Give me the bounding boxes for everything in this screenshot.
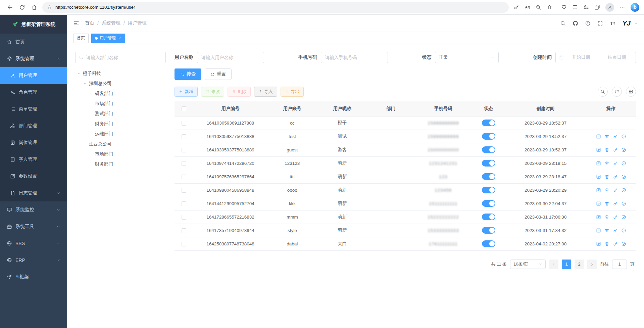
header-search-icon[interactable] [560, 20, 566, 26]
reset-button[interactable]: 重置 [205, 68, 232, 80]
github-icon[interactable] [573, 20, 578, 26]
edit-icon[interactable] [596, 215, 601, 220]
status-toggle[interactable] [482, 214, 495, 220]
reset-password-icon[interactable] [613, 228, 618, 233]
sidebar-item-dept[interactable]: 部门管理 [0, 118, 67, 134]
row-checkbox[interactable] [182, 161, 186, 166]
select-all-checkbox[interactable] [182, 106, 186, 111]
export-button[interactable]: 导出 [281, 87, 304, 97]
row-checkbox[interactable] [182, 215, 186, 220]
collections-icon[interactable] [594, 4, 600, 10]
status-toggle[interactable] [482, 173, 495, 180]
edit-icon[interactable] [596, 161, 601, 166]
sidebar-item-user[interactable]: 用户管理 [0, 67, 67, 84]
delete-icon[interactable] [604, 134, 609, 139]
favorites-bar-icon[interactable] [583, 4, 589, 10]
sidebar-toggle-icon[interactable] [73, 20, 80, 27]
breadcrumb-item[interactable]: 首页 [85, 20, 94, 26]
status-toggle[interactable] [482, 200, 495, 207]
assign-role-icon[interactable] [621, 161, 626, 166]
tree-node[interactable]: 市场部门 [75, 149, 166, 159]
address-bar[interactable]: https://ccnetcore.com:1101/system/user [42, 2, 509, 13]
sidebar-item-bbs[interactable]: BBS [0, 235, 67, 252]
reset-password-icon[interactable] [613, 174, 618, 179]
edit-icon[interactable] [596, 241, 601, 246]
reset-password-icon[interactable] [613, 215, 618, 220]
reset-password-icon[interactable] [613, 241, 618, 246]
assign-role-icon[interactable] [621, 134, 626, 139]
split-screen-icon[interactable] [572, 4, 578, 10]
tree-node[interactable]: 运维部门 [75, 129, 166, 139]
row-checkbox[interactable] [182, 201, 186, 206]
page-button[interactable]: 2 [575, 260, 584, 269]
delete-icon[interactable] [604, 201, 609, 206]
dept-search-input[interactable] [86, 55, 162, 60]
help-icon[interactable]: ? [585, 20, 591, 26]
delete-icon[interactable] [604, 241, 609, 246]
sidebar-item-menu[interactable]: 菜单管理 [0, 101, 67, 118]
assign-role-icon[interactable] [621, 228, 626, 233]
assign-role-icon[interactable] [621, 241, 626, 246]
edit-icon[interactable] [596, 134, 601, 139]
fullscreen-icon[interactable] [597, 20, 603, 26]
reset-password-icon[interactable] [613, 161, 618, 166]
profile-avatar[interactable] [605, 3, 614, 12]
page-button[interactable]: 1 [562, 260, 571, 269]
saved-password-icon[interactable] [513, 4, 519, 10]
refresh-button[interactable] [612, 87, 622, 97]
edit-icon[interactable] [596, 174, 601, 179]
status-toggle[interactable] [482, 187, 495, 193]
delete-icon[interactable] [604, 147, 609, 152]
column-settings-button[interactable] [626, 87, 636, 97]
status-toggle[interactable] [482, 120, 495, 126]
import-button[interactable]: 导入 [254, 87, 277, 97]
edit-icon[interactable] [596, 147, 601, 152]
copilot-icon[interactable]: b [631, 3, 639, 12]
assign-role-icon[interactable] [621, 201, 626, 206]
next-page-button[interactable] [587, 260, 597, 269]
zoom-icon[interactable] [536, 4, 541, 10]
browser-menu-icon[interactable] [620, 4, 625, 10]
assign-role-icon[interactable] [621, 188, 626, 193]
delete-icon[interactable] [604, 228, 609, 233]
assign-role-icon[interactable] [621, 147, 626, 152]
page-size-select[interactable]: 10条/页 [510, 260, 546, 269]
read-aloud-icon[interactable]: A [525, 4, 530, 10]
sidebar-item-yiframe[interactable]: Yi框架 [0, 269, 67, 285]
sidebar-item-dict[interactable]: 字典管理 [0, 151, 67, 168]
delete-icon[interactable] [604, 174, 609, 179]
delete-button[interactable]: 删除 [228, 87, 251, 97]
reset-password-icon[interactable] [613, 147, 618, 152]
sidebar-item-erp[interactable]: ERP [0, 252, 67, 269]
edit-icon[interactable] [596, 228, 601, 233]
row-checkbox[interactable] [182, 175, 186, 179]
tree-node[interactable]: 研发部门 [75, 89, 166, 99]
user-avatar-logo[interactable]: YJ [622, 19, 630, 27]
status-toggle[interactable] [482, 240, 495, 247]
edit-icon[interactable] [596, 201, 601, 206]
sidebar-item-tools[interactable]: 系统工具 [0, 218, 67, 235]
tree-node[interactable]: 测试部门 [75, 109, 166, 119]
prev-page-button[interactable] [549, 260, 558, 269]
search-button[interactable]: 搜索 [175, 68, 201, 80]
breadcrumb-item[interactable]: 系统管理 [102, 20, 120, 26]
tab-close-icon[interactable] [118, 36, 121, 40]
status-toggle[interactable] [482, 160, 495, 167]
sidebar-item-system[interactable]: 系统管理 [0, 50, 67, 67]
sidebar-item-monitor[interactable]: 系统监控 [0, 201, 67, 218]
tree-node[interactable]: 市场部门 [75, 99, 166, 109]
font-size-icon[interactable]: T [610, 20, 615, 26]
reset-password-icon[interactable] [613, 201, 618, 206]
breadcrumb-item[interactable]: 用户管理 [128, 20, 147, 26]
row-checkbox[interactable] [182, 228, 186, 233]
sidebar-item-param[interactable]: 参数设置 [0, 168, 67, 185]
add-button[interactable]: 新增 [175, 87, 198, 97]
modify-button[interactable]: 修改 [201, 87, 224, 97]
reset-password-icon[interactable] [613, 134, 618, 139]
sidebar-item-home[interactable]: 首页 [0, 34, 67, 50]
status-select[interactable]: 正常 [435, 52, 499, 63]
assign-role-icon[interactable] [621, 215, 626, 220]
sidebar-item-post[interactable]: 岗位管理 [0, 134, 67, 151]
delete-icon[interactable] [604, 188, 609, 193]
username-input[interactable] [197, 52, 264, 63]
